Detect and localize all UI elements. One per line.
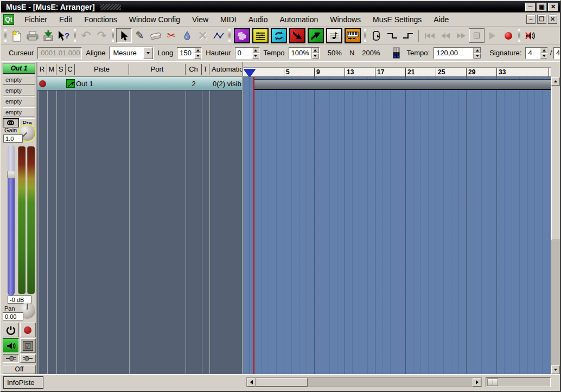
col-channel[interactable]: Ch <box>186 64 202 75</box>
mute-cell[interactable] <box>47 77 56 90</box>
power-button[interactable] <box>3 323 19 337</box>
stereo-toggle-button[interactable] <box>3 118 19 127</box>
punch-in-button[interactable] <box>368 28 384 43</box>
menu-fichier[interactable]: Fichier <box>18 14 53 25</box>
col-class[interactable]: C <box>66 64 75 75</box>
vertical-scroll-thumb[interactable] <box>551 86 560 240</box>
timelock-cell[interactable] <box>202 77 209 90</box>
tempo-scale-spinner[interactable]: 100% <box>289 47 320 59</box>
audio-output-toggle-button[interactable] <box>308 28 324 43</box>
menu-view[interactable]: View <box>186 14 214 25</box>
rewind-button[interactable] <box>437 28 453 43</box>
col-solo[interactable]: S <box>56 64 66 75</box>
track-name-button[interactable]: Out 1 <box>3 63 35 74</box>
scroll-left-button[interactable] <box>247 378 256 387</box>
tempo-50-label[interactable]: 50% <box>328 49 342 57</box>
col-mute[interactable]: M <box>47 64 56 75</box>
effect-slot-button[interactable]: empty <box>3 86 35 95</box>
signature-num-spinner[interactable]: 4 <box>525 47 548 59</box>
bigtime-toggle-button[interactable] <box>234 28 250 43</box>
spin-up-button[interactable] <box>474 48 481 53</box>
spin-down-button[interactable] <box>474 53 481 59</box>
horizontal-scrollbar[interactable] <box>246 377 482 387</box>
gain-value-field[interactable] <box>3 134 23 143</box>
automation-mode-button[interactable]: Off <box>3 365 36 374</box>
mixer-toggle-button[interactable] <box>271 28 287 43</box>
transport-toggle-button[interactable] <box>252 28 269 43</box>
col-record[interactable]: R <box>37 64 47 75</box>
tempo-n-label[interactable]: N <box>349 49 354 57</box>
cut-tool-button[interactable]: ✂ <box>163 28 179 43</box>
eraser-tool-button[interactable] <box>148 28 163 43</box>
record-arm-button[interactable] <box>20 323 36 337</box>
stop-button[interactable] <box>469 28 484 43</box>
mute-speaker-button[interactable] <box>3 338 19 353</box>
menu-automation[interactable]: Automation <box>273 14 324 25</box>
track-row[interactable]: Out 1 2 0(2) visib <box>37 77 242 91</box>
long-spinner[interactable]: 150 <box>177 47 202 59</box>
mdi-close-button[interactable]: ✕ <box>548 15 557 24</box>
part-canvas[interactable] <box>243 77 551 374</box>
menu-aide[interactable]: Aide <box>428 14 455 25</box>
master-track-button[interactable] <box>392 46 400 60</box>
rewind-start-button[interactable] <box>422 28 437 43</box>
right-marker-button[interactable] <box>400 28 416 43</box>
toolbar-handle[interactable] <box>228 29 231 42</box>
left-marker-button[interactable] <box>384 28 400 43</box>
close-button[interactable]: ✕ <box>548 3 558 11</box>
spin-down-button[interactable] <box>252 53 259 59</box>
horizontal-scroll-thumb[interactable] <box>256 378 308 387</box>
menu-muse-settings[interactable]: MusE Settings <box>367 14 428 25</box>
scroll-up-button[interactable] <box>551 77 560 86</box>
effect-slot-button[interactable]: empty <box>3 107 35 117</box>
col-piste[interactable]: Piste <box>75 64 129 75</box>
menu-window-config[interactable]: Window Config <box>123 14 186 25</box>
spin-down-button[interactable] <box>312 53 319 59</box>
record-button[interactable] <box>500 28 516 43</box>
track-list-empty-area[interactable] <box>37 91 242 374</box>
chevron-down-icon[interactable] <box>143 47 153 59</box>
spin-up-button[interactable] <box>540 48 547 53</box>
record-arm-cell[interactable] <box>37 77 47 90</box>
info-piste-button[interactable]: InfoPiste <box>3 376 43 389</box>
save-button[interactable] <box>40 28 56 43</box>
menu-midi[interactable]: MIDI <box>214 14 243 25</box>
track-type-cell[interactable] <box>66 77 75 90</box>
signature-den-spinner[interactable]: 4 <box>553 47 561 59</box>
automation-tool-button[interactable] <box>211 28 226 43</box>
spin-up-button[interactable] <box>312 48 319 53</box>
title-bar[interactable]: MusE - [MusE: Arranger] ─ ▣ ✕ <box>1 1 560 12</box>
redo-button[interactable]: ↷ <box>94 28 110 43</box>
tempo-200-label[interactable]: 200% <box>362 49 380 57</box>
mdi-minimize-button[interactable]: − <box>526 15 536 24</box>
forward-button[interactable] <box>453 28 469 43</box>
whats-this-button[interactable]: ? <box>56 28 72 43</box>
pointer-tool-button[interactable] <box>116 28 132 43</box>
tempo-spinner[interactable]: 120,00 <box>433 47 481 59</box>
settings-button[interactable]: ☑ <box>20 338 36 353</box>
undo-button[interactable]: ↶ <box>78 28 94 43</box>
menu-edit[interactable]: Edit <box>53 14 78 25</box>
glue-tool-button[interactable] <box>179 28 195 43</box>
new-file-button[interactable] <box>9 28 24 43</box>
automation-cell[interactable]: 0(2) visib <box>209 77 242 90</box>
open-button[interactable] <box>24 28 40 43</box>
col-port[interactable]: Port <box>129 64 186 75</box>
port-cell[interactable] <box>129 77 186 90</box>
vertical-scrollbar[interactable] <box>551 77 560 374</box>
volume-slider-handle[interactable] <box>7 171 15 178</box>
solo-cell[interactable] <box>56 77 66 90</box>
spin-up-button[interactable] <box>252 48 259 53</box>
timeline-ruler[interactable]: 5 9 13 17 21 25 29 33 3 <box>243 67 551 77</box>
panic-button[interactable] <box>522 28 538 43</box>
scroll-right-button[interactable] <box>473 378 481 387</box>
menu-fonctions[interactable]: Fonctions <box>78 14 123 25</box>
maximize-button[interactable]: ▣ <box>537 3 547 11</box>
minimize-button[interactable]: ─ <box>525 3 536 11</box>
input-routing-button[interactable] <box>3 354 19 363</box>
track-name-cell[interactable]: Out 1 <box>75 77 129 90</box>
spin-down-button[interactable] <box>194 53 201 59</box>
play-button[interactable] <box>484 28 500 43</box>
mdi-restore-button[interactable]: ❐ <box>537 15 546 24</box>
track-lane[interactable] <box>253 79 551 90</box>
